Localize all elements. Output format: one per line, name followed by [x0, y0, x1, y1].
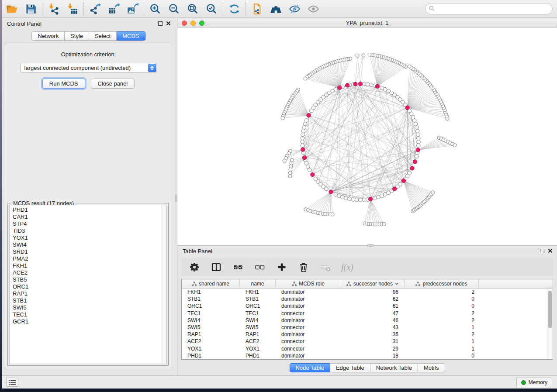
float-panel-icon[interactable]	[158, 21, 163, 26]
show-all-icon[interactable]	[308, 3, 319, 15]
mcds-result-item[interactable]: TID3	[10, 227, 166, 234]
hide-selected-icon[interactable]	[289, 3, 301, 15]
export-table-icon[interactable]	[108, 3, 120, 15]
window-minimize-icon[interactable]	[190, 21, 196, 26]
close-panel-icon[interactable]	[166, 21, 171, 26]
table-row[interactable]: FKH1FKH1dominator962	[182, 289, 553, 296]
window-close-icon[interactable]	[182, 21, 187, 26]
mcds-result-item[interactable]: TEC1	[10, 311, 166, 318]
mcds-result-item[interactable]: SRD1	[10, 248, 166, 255]
mcds-list-scrollbar[interactable]	[161, 205, 166, 364]
mcds-result-item[interactable]: YOX1	[10, 234, 166, 241]
table-row[interactable]: PHD1PHD1dominator180	[182, 352, 553, 359]
search-input[interactable]	[436, 4, 550, 13]
column-label: shared name	[199, 281, 229, 287]
bottom-tab-network-table[interactable]: Network Table	[370, 363, 418, 372]
column-view-icon[interactable]	[210, 261, 222, 273]
zoom-out-icon[interactable]	[168, 3, 180, 15]
export-image-icon[interactable]	[127, 3, 138, 15]
cell-successor-nodes: 62	[341, 296, 405, 303]
mcds-result-item[interactable]: ACE2	[10, 269, 166, 276]
table-row[interactable]: STB1STB1dominator620	[182, 296, 553, 303]
search-network-icon[interactable]	[270, 3, 282, 15]
mcds-result-item[interactable]: STB5	[10, 276, 166, 283]
tab-network[interactable]: Network	[31, 31, 65, 41]
network-titlebar[interactable]: YPA_prune.txt_1	[177, 19, 557, 28]
document-share-icon[interactable]	[251, 3, 263, 15]
table-scrollbar[interactable]	[547, 289, 553, 359]
export-network-icon[interactable]	[89, 3, 101, 15]
column-label: predecessor nodes	[422, 281, 467, 287]
table-row[interactable]: ORC1ORC1dominator610	[182, 303, 553, 309]
import-table-icon[interactable]	[66, 3, 78, 15]
mcds-result-item[interactable]: CAR1	[10, 213, 166, 220]
memory-button[interactable]: Memory	[516, 378, 552, 387]
open-folder-icon[interactable]	[6, 3, 18, 15]
add-column-icon[interactable]	[276, 261, 287, 273]
delete-column-icon[interactable]	[298, 261, 309, 273]
deselect-all-icon[interactable]	[254, 261, 266, 273]
network-canvas[interactable]	[177, 28, 557, 245]
optimization-select[interactable]: largest connected component (undirected)	[20, 63, 157, 73]
mcds-result-item[interactable]: PMA2	[10, 255, 166, 262]
cell-name: ORC1	[240, 303, 276, 309]
tab-style[interactable]: Style	[65, 31, 89, 41]
splitter-grip[interactable]	[175, 195, 177, 202]
column-header-predecessor-nodes[interactable]: predecessor nodes	[405, 279, 479, 288]
table-row[interactable]: YOX1YOX1connector291	[182, 345, 553, 352]
mcds-result-item[interactable]: STP4	[10, 220, 166, 227]
table-settings-gear-icon[interactable]	[188, 261, 200, 273]
mcds-result-item[interactable]: ORC1	[10, 283, 166, 290]
cell-successor-nodes: 35	[341, 331, 405, 338]
mcds-result-item[interactable]: STB1	[10, 297, 166, 304]
column-header-MCDS-role[interactable]: MCDS role	[276, 279, 341, 288]
column-label: successor nodes	[353, 281, 393, 287]
zoom-in-icon[interactable]	[149, 3, 161, 15]
function-builder-disabled: f(x)	[341, 262, 353, 272]
attribute-tree-icon	[192, 282, 197, 286]
column-header-shared-name[interactable]: shared name	[182, 279, 240, 288]
mcds-result-item[interactable]: RAP1	[10, 290, 166, 297]
mcds-result-list[interactable]: PHD1CAR1STP4TID3YOX1SWI4SRD1PMA2FKH1ACE2…	[9, 205, 167, 364]
select-all-icon[interactable]	[232, 261, 244, 273]
scrollbar-thumb[interactable]	[548, 291, 552, 328]
network-graph[interactable]	[177, 28, 557, 244]
mcds-result-item[interactable]: GCR1	[10, 318, 166, 325]
run-mcds-button[interactable]: Run MCDS	[42, 79, 85, 89]
save-icon[interactable]	[25, 3, 37, 15]
tab-mcds[interactable]: MCDS	[117, 31, 145, 41]
cell-predecessor-nodes: 2	[405, 331, 479, 338]
refresh-icon[interactable]	[228, 3, 240, 15]
bottom-tab-motifs[interactable]: Motifs	[418, 363, 445, 372]
cell-MCDS-role: dominator	[276, 331, 341, 338]
zoom-selected-icon[interactable]	[206, 3, 218, 15]
task-history-button[interactable]	[6, 378, 18, 387]
mcds-result-item[interactable]: SWI5	[10, 304, 166, 311]
window-maximize-icon[interactable]	[199, 21, 204, 26]
main-toolbar	[2, 0, 557, 18]
tab-select[interactable]: Select	[89, 31, 117, 41]
cell-successor-nodes: 46	[341, 317, 405, 324]
node-table[interactable]: shared namenameMCDS rolesuccessor nodesp…	[181, 279, 553, 360]
table-row[interactable]: TEC1TEC1connector472	[182, 310, 553, 317]
mcds-result-item[interactable]: SWI4	[10, 241, 166, 248]
bottom-tab-node-table[interactable]: Node Table	[289, 363, 330, 372]
close-panel-icon[interactable]	[548, 248, 553, 253]
bottom-tab-edge-table[interactable]: Edge Table	[330, 363, 370, 372]
cell-shared-name: SWI4	[182, 317, 240, 324]
mcds-result-item[interactable]: FKH1	[10, 262, 166, 269]
cell-predecessor-nodes: 1	[405, 324, 479, 331]
cell-MCDS-role: dominator	[276, 289, 341, 296]
close-panel-button[interactable]: Close panel	[91, 79, 135, 89]
column-header-name[interactable]: name	[240, 279, 276, 288]
mcds-result-item[interactable]: PHD1	[10, 206, 166, 213]
table-row[interactable]: ACE2ACE2connector311	[182, 338, 553, 345]
search-field[interactable]	[425, 3, 553, 14]
column-header-successor-nodes[interactable]: successor nodes	[341, 279, 405, 288]
table-row[interactable]: RAP1RAP1dominator352	[182, 331, 553, 338]
zoom-fit-icon[interactable]	[187, 3, 199, 15]
float-panel-icon[interactable]	[540, 249, 544, 253]
table-row[interactable]: SWI4SWI4dominator462	[182, 317, 553, 324]
import-network-icon[interactable]	[48, 3, 59, 15]
table-row[interactable]: SWI5SWI5connector431	[182, 324, 553, 331]
